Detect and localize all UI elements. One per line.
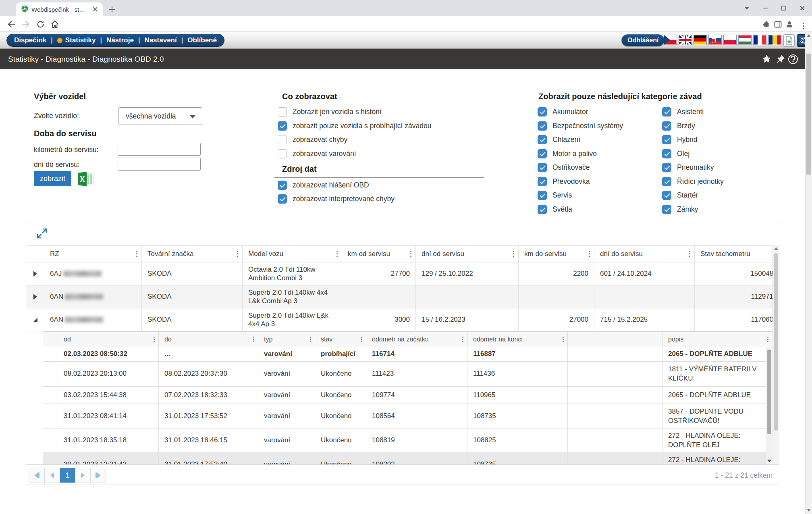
column-menu-icon[interactable] <box>589 251 590 257</box>
subtable-row[interactable]: 08.02.2023 20:13:00 08.02.2023 20:37:30 … <box>43 362 772 387</box>
column-header-dni-od[interactable]: dní od servisu <box>415 246 518 262</box>
checkbox-chlazeni[interactable] <box>538 135 547 144</box>
column-header-tachometr[interactable]: Stav tachometru <box>694 246 779 262</box>
checkbox-hybrid[interactable] <box>662 135 671 144</box>
export-file-icon[interactable] <box>783 34 795 47</box>
back-icon[interactable] <box>6 19 17 29</box>
side-panel-icon[interactable] <box>773 19 783 29</box>
new-tab-button[interactable] <box>106 4 118 15</box>
flag-sk-icon[interactable] <box>708 35 722 45</box>
page-scrollbar-thumb[interactable] <box>806 54 811 175</box>
expand-grid-icon[interactable] <box>36 227 48 239</box>
forward-icon[interactable] <box>21 19 31 29</box>
column-menu-icon[interactable] <box>410 251 411 257</box>
next-page-button[interactable] <box>75 468 90 483</box>
subtable-scrollbar[interactable] <box>766 347 772 464</box>
excel-export-icon[interactable] <box>77 171 94 188</box>
table-row[interactable]: 6AJ SKODA Octavia 2.0 Tdi 110kw Ambition… <box>26 262 779 285</box>
scroll-down-icon[interactable] <box>807 509 811 512</box>
subcolumn-stav[interactable]: stav <box>315 332 366 347</box>
checkbox-pneumatiky[interactable] <box>662 163 671 172</box>
browser-tab[interactable]: Webdispečink - statistiky <box>16 2 103 16</box>
column-header-km-do[interactable]: km do servisu <box>518 246 594 262</box>
table-row-expanded[interactable]: 6AN SKODA Superb 2.0 Tdi 140kw L&k 4x4 A… <box>26 308 779 331</box>
subcolumn-typ[interactable]: typ <box>258 332 315 347</box>
subtable-scrollbar-thumb[interactable] <box>767 350 771 434</box>
logout-button[interactable]: Odhlášení <box>621 34 665 46</box>
subtable-row[interactable]: 03.02.2023 15:44:38 07.02.2023 18:32:33 … <box>43 387 772 404</box>
expand-row-icon[interactable] <box>33 294 37 300</box>
checkbox-servis[interactable] <box>538 191 547 200</box>
profile-avatar-icon[interactable] <box>784 19 795 29</box>
subcolumn-do[interactable]: do <box>158 332 258 347</box>
column-menu-icon[interactable] <box>136 251 137 257</box>
column-header-model[interactable]: Model vozu <box>242 246 342 262</box>
reload-icon[interactable] <box>35 19 46 29</box>
subcolumn-od[interactable]: od <box>58 332 158 347</box>
km-to-service-input[interactable] <box>118 143 201 156</box>
browser-menu-icon[interactable] <box>798 21 809 31</box>
checkbox-ridici-jednotky[interactable] <box>662 177 671 186</box>
checkbox-motor-a-palivo[interactable] <box>538 149 547 158</box>
days-to-service-input[interactable] <box>118 158 201 171</box>
show-button[interactable]: zobrazit <box>34 171 71 186</box>
menu-item-nastroje[interactable]: Nástroje <box>106 36 134 44</box>
window-maximize-button[interactable] <box>775 0 793 16</box>
column-menu-icon[interactable] <box>513 251 514 257</box>
tab-close-icon[interactable] <box>91 6 99 13</box>
checkbox-brzdy[interactable] <box>662 121 671 131</box>
menu-item-statistiky[interactable]: Statistiky <box>57 36 96 44</box>
vehicle-select[interactable]: všechna vozidla <box>118 107 202 125</box>
subtable-row[interactable]: 31.01.2023 18:35:18 31.01.2023 18:46:15 … <box>43 429 772 452</box>
checkbox-varovani[interactable] <box>278 149 287 158</box>
checkbox-bezpecnostni-systemy[interactable] <box>538 121 547 131</box>
column-menu-icon[interactable] <box>237 251 238 257</box>
flag-fr-icon[interactable] <box>753 35 766 45</box>
extensions-puzzle-icon[interactable] <box>761 19 771 29</box>
scroll-down-icon[interactable] <box>767 460 771 462</box>
column-menu-icon[interactable] <box>563 337 564 342</box>
subtable-row[interactable]: 31.01.2023 08:41:14 31.01.2023 17:53:52 … <box>43 404 772 429</box>
window-close-button[interactable] <box>793 0 812 16</box>
checkbox-olej[interactable] <box>662 149 671 158</box>
favorite-star-icon[interactable] <box>761 49 772 69</box>
checkbox-prevodovka[interactable] <box>538 177 547 186</box>
flag-pl-icon[interactable] <box>723 35 737 45</box>
subtable-row[interactable]: 30.01.2023 12:21:42 31.01.2023 17:52:40 … <box>43 452 772 464</box>
window-chevron-icon[interactable] <box>737 0 756 16</box>
first-page-button[interactable] <box>29 468 44 483</box>
flag-de-icon[interactable] <box>694 35 707 45</box>
subcolumn-odo-konec[interactable]: odometr na konci <box>467 332 567 347</box>
subcolumn-popis[interactable]: popis <box>662 332 772 347</box>
checkbox-ostrikovace[interactable] <box>538 163 547 172</box>
flag-hu-icon[interactable] <box>738 35 752 45</box>
menu-item-nastaveni[interactable]: Nastavení <box>144 36 177 44</box>
checkbox-chyby[interactable] <box>278 135 287 144</box>
grid-scrollbar[interactable] <box>773 245 779 464</box>
expand-row-icon[interactable] <box>33 271 37 277</box>
checkbox-zamky[interactable] <box>662 205 671 214</box>
checkbox-asistenti[interactable] <box>662 107 671 117</box>
column-menu-icon[interactable] <box>310 337 311 342</box>
home-icon[interactable] <box>50 19 60 29</box>
menu-item-oblibene[interactable]: Oblíbené <box>187 36 217 44</box>
window-minimize-button[interactable] <box>756 0 775 16</box>
row-expander[interactable] <box>26 262 44 285</box>
checkbox-historie[interactable] <box>278 107 287 117</box>
last-page-button[interactable] <box>90 468 106 483</box>
prev-page-button[interactable] <box>44 468 60 483</box>
help-icon[interactable] <box>787 49 799 69</box>
checkbox-akumulator[interactable] <box>538 107 547 117</box>
column-menu-icon[interactable] <box>689 251 690 257</box>
checkbox-hlaseni-obd[interactable] <box>278 181 287 190</box>
grid-scrollbar-thumb[interactable] <box>774 253 778 431</box>
checkbox-starter[interactable] <box>662 191 671 200</box>
menu-item-dispecink[interactable]: Dispečink <box>14 36 46 44</box>
subtable-row[interactable]: 02.03.2023 08:50:32 ... varování probíha… <box>43 347 772 362</box>
collapse-row-icon[interactable] <box>33 318 37 322</box>
row-expander[interactable] <box>26 285 44 308</box>
column-menu-icon[interactable] <box>767 337 768 342</box>
column-header-dni-do[interactable]: dní do servisu <box>594 246 694 262</box>
column-header-znacka[interactable]: Tovární značka <box>141 246 242 262</box>
column-menu-icon[interactable] <box>336 251 338 257</box>
